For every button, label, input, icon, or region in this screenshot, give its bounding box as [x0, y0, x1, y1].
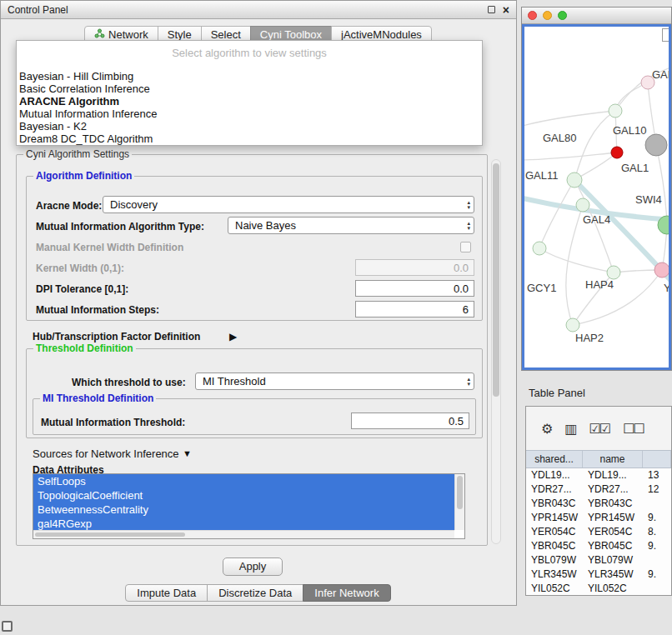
table-cell: YER054C [526, 525, 583, 539]
kernel-width-value: 0.0 [454, 262, 469, 274]
zoom-traffic-light-icon[interactable] [558, 11, 567, 20]
close-traffic-light-icon[interactable] [528, 11, 537, 20]
gear-icon[interactable]: ⚙ [541, 421, 551, 437]
dpi-tolerance-input[interactable]: 0.0 [355, 280, 474, 297]
collapsed-panel-icon[interactable] [2, 621, 13, 632]
algorithm-option-aracne-algorithm[interactable]: ARACNE Algorithm [17, 95, 482, 108]
network-view-window: GALGAL80GAL10GAL11GAL1SWI4GAL4GCY1HAP4YH… [521, 7, 672, 371]
aracne-mode-select[interactable]: Discovery ▴▾ [103, 196, 474, 213]
mi-type-select[interactable]: Naive Bayes ▴▾ [228, 217, 474, 234]
mi-steps-input[interactable]: 6 [355, 301, 474, 318]
clear-selection-icon[interactable]: ☐☐ [623, 421, 644, 437]
table-cell: YDR27... [526, 482, 583, 497]
bottom-tab-discretize-data[interactable]: Discretize Data [207, 584, 303, 602]
apply-button[interactable]: Apply [223, 558, 283, 576]
algorithm-option-mutual-information-inference[interactable]: Mutual Information Inference [17, 108, 482, 120]
column-header-name[interactable]: name [583, 451, 643, 468]
network-canvas[interactable]: GALGAL80GAL10GAL11GAL1SWI4GAL4GCY1HAP4YH… [522, 24, 671, 370]
mi-steps-value: 6 [463, 303, 469, 316]
attributes-vertical-scrollbar[interactable] [454, 474, 464, 530]
node-label-gal4: GAL4 [583, 213, 610, 226]
table-row[interactable]: YIL052CYIL052C [526, 582, 671, 596]
select-all-icon[interactable]: ☑☑ [589, 421, 609, 437]
kernel-width-label: Kernel Width (0,1): [36, 262, 124, 274]
manual-kernel-checkbox[interactable] [460, 242, 471, 252]
table-row[interactable]: YDR27...YDR27...12 [526, 482, 671, 497]
bottom-tabs: Impute DataDiscretize DataInfer Network [1, 584, 516, 602]
network-node[interactable] [654, 262, 669, 278]
network-node[interactable] [607, 266, 620, 279]
tab-label: jActiveMNodules [341, 28, 422, 41]
table-cell: 9. [643, 568, 671, 582]
combo-arrows-icon: ▴▾ [467, 198, 470, 212]
tab-label: Cyni Toolbox [260, 28, 322, 41]
data-attributes-list[interactable]: SelfLoopsTopologicalCoefficientBetweenne… [33, 473, 465, 539]
settings-scrollbar[interactable] [491, 159, 501, 544]
network-node[interactable] [567, 172, 582, 188]
column-header-extra[interactable] [643, 451, 671, 468]
attribute-item-topologicalcoefficient[interactable]: TopologicalCoefficient [33, 488, 454, 502]
algorithm-option-basic-correlation-inference[interactable]: Basic Correlation Inference [17, 82, 482, 95]
column-header-shared[interactable]: shared... [526, 451, 583, 468]
table-cell: YLR345W [526, 568, 583, 582]
tab-label: Style [168, 28, 192, 41]
table-row[interactable]: YBR043CYBR043C [526, 497, 671, 511]
network-node[interactable] [645, 134, 667, 156]
table-row[interactable]: YLR345WYLR345W9. [526, 568, 671, 582]
bottom-tab-impute-data[interactable]: Impute Data [125, 584, 208, 602]
network-window-titlebar[interactable] [522, 8, 671, 24]
table-cell: YDL19... [583, 468, 643, 482]
attribute-item-selfloops[interactable]: SelfLoops [33, 474, 454, 488]
network-node[interactable] [566, 318, 579, 332]
table-cell: YIL052C [526, 582, 583, 596]
table-cell: YDL19... [526, 468, 583, 482]
table-cell: YPR145W [583, 511, 643, 525]
which-threshold-select[interactable]: MI Threshold ▴▾ [195, 372, 474, 390]
settings-group-title: Cyni Algorithm Settings [23, 148, 132, 160]
node-label-gal10: GAL10 [613, 124, 646, 137]
attributes-horizontal-scrollbar[interactable] [33, 530, 454, 538]
network-node[interactable] [533, 242, 546, 255]
network-icon [94, 28, 105, 41]
table-row[interactable]: YBL079WYBL079W [526, 553, 671, 568]
table-cell: YBL079W [583, 553, 643, 568]
window-title: Control Panel [8, 4, 488, 16]
node-label-gcy1: GCY1 [527, 282, 556, 294]
network-node[interactable] [609, 104, 622, 118]
mi-threshold-label: Mutual Information Threshold: [41, 417, 185, 428]
float-window-icon[interactable] [488, 6, 495, 13]
tab-label: Network [108, 28, 148, 41]
hub-section-label: Hub/Transcription Factor Definition [33, 331, 200, 342]
which-threshold-value: MI Threshold [203, 375, 266, 388]
algorithm-placeholder: Select algorithm to view settings [17, 41, 482, 66]
table-row[interactable]: YDL19...YDL19...13 [526, 468, 671, 482]
hub-expand-icon[interactable]: ▶ [229, 331, 237, 342]
network-node[interactable] [576, 198, 589, 212]
table-header: shared...name [526, 450, 671, 468]
threshold-definition-title: Threshold Definition [33, 342, 136, 354]
sources-collapse-icon[interactable]: ▼ [183, 448, 192, 458]
combo-arrows-icon: ▴▾ [467, 218, 470, 232]
algorithm-option-dream8-dc-tdc-algorithm[interactable]: Dream8 DC_TDC Algorithm [17, 132, 482, 145]
kernel-width-input[interactable]: 0.0 [355, 259, 474, 276]
attribute-item-betweennesscentrality[interactable]: BetweennessCentrality [33, 502, 454, 517]
node-label-hap4: HAP4 [585, 278, 614, 291]
column-selector-icon[interactable]: ▥ [564, 421, 575, 437]
attribute-item-gal4rgexp[interactable]: gal4RGexp [33, 517, 454, 531]
algorithm-option-bayesian-k2[interactable]: Bayesian - K2 [17, 120, 482, 132]
algorithm-option-bayesian-hill-climbing[interactable]: Bayesian - Hill Climbing [17, 70, 482, 82]
minimize-traffic-light-icon[interactable] [543, 11, 552, 20]
desktop: Control Panel × NetworkStyleSelectCyni T… [0, 0, 672, 635]
table-cell: 12 [643, 482, 671, 497]
close-window-icon[interactable]: × [503, 6, 509, 14]
table-row[interactable]: YBR045CYBR045C9. [526, 539, 671, 553]
table-row[interactable]: YPR145WYPR145W9. [526, 511, 671, 525]
bottom-tab-infer-network[interactable]: Infer Network [303, 584, 390, 602]
network-overview-toggle[interactable] [662, 28, 670, 42]
algorithm-definition-title: Algorithm Definition [33, 170, 134, 182]
control-panel-titlebar[interactable]: Control Panel × [1, 1, 516, 19]
mi-threshold-input[interactable]: 0.5 [351, 412, 469, 429]
table-row[interactable]: YER054CYER054C8. [526, 525, 671, 539]
tab-label: Select [211, 28, 241, 41]
network-node[interactable] [611, 147, 623, 158]
